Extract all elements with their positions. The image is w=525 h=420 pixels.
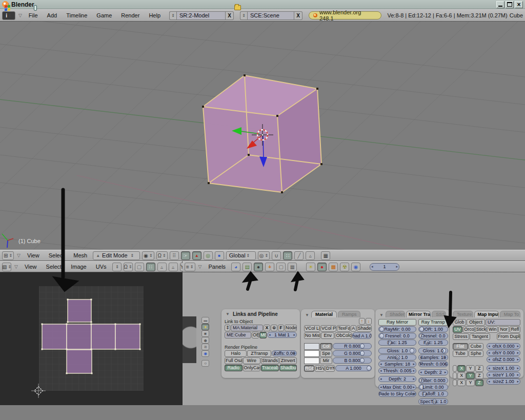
orco-toggle[interactable]: Orco [463, 326, 475, 333]
view3d-menu-select[interactable]: Select [45, 252, 68, 258]
screen-field[interactable]: SR:2-Model [176, 11, 226, 20]
screen-dropdown-icon[interactable]: ⇕ [169, 11, 176, 20]
manipulator-translate-button[interactable]: ▲ [192, 251, 201, 260]
view3d-menu-mesh[interactable]: Mesh [70, 252, 91, 258]
uv-menu-view[interactable]: View [21, 264, 41, 270]
filter-slider[interactable]: Filter: 0.000 [418, 377, 448, 384]
uv-island-select-button[interactable]: ▵ [169, 263, 178, 271]
screen-selector[interactable]: ⇕ SR:2-Model X [169, 11, 234, 20]
preview-hair-button[interactable]: ≋ [201, 344, 209, 350]
tab-ramps[interactable]: Ramps [338, 311, 361, 317]
mode-dropdown[interactable]: ▲ Edit Mode [93, 251, 140, 260]
uv-image-dropdown[interactable] [112, 263, 122, 271]
tab-sss[interactable]: SSS [432, 311, 446, 317]
material-delete-button[interactable]: X [264, 325, 270, 331]
limit-slider[interactable]: Limit: 0.00 [418, 384, 448, 390]
uv-name-field[interactable]: UV: [486, 319, 520, 326]
close-button[interactable] [515, 1, 523, 8]
max-dist-field[interactable]: Max Dist: 0.00 [378, 384, 416, 390]
fac-mir-slider[interactable]: Fac: 1.25 [378, 339, 416, 346]
fresnel-mir-slider[interactable]: Fresnel: 0.0 [378, 333, 416, 339]
menu-render[interactable]: Render [117, 12, 143, 18]
dyn-button[interactable]: DYN [325, 365, 335, 372]
tab-mirror-transp[interactable]: Mirror Transp [406, 311, 431, 317]
ztransp-toggle[interactable]: ZTransp [247, 350, 271, 357]
uv-square-button[interactable]: ▢ [135, 263, 144, 271]
panel-collapse-icon[interactable]: ▼ [304, 313, 310, 317]
world-subcontext-button[interactable]: ◉ [351, 263, 360, 271]
sizey-field[interactable]: sizeY 1.00 [487, 372, 520, 378]
cube-toggle[interactable]: Cube [469, 343, 484, 350]
uv-vertex-select-button[interactable]: ∷ [146, 263, 155, 271]
header-collapse-icon[interactable]: ▽ [17, 13, 23, 18]
preview-osa-button[interactable]: ○ [201, 360, 209, 367]
version-button[interactable]: www.blender.org 248.1 [309, 11, 381, 19]
uv-editor-canvas[interactable] [0, 272, 183, 405]
view3d-collapse-icon[interactable]: ▽ [16, 253, 22, 258]
uv-collapse-icon[interactable]: ▽ [13, 264, 19, 269]
x-axis-toggle[interactable]: X [457, 379, 466, 386]
col-button[interactable]: Col [320, 343, 332, 350]
no-mist-toggle[interactable]: No Mist [304, 332, 320, 339]
stress-toggle[interactable]: Stress [453, 333, 469, 340]
flat-toggle[interactable]: Flat [453, 343, 468, 350]
snap-button[interactable]: ∪ [272, 251, 281, 260]
uv-pivot-dropdown[interactable]: Ω [124, 263, 133, 271]
restore-button[interactable] [506, 1, 514, 8]
z-axis-toggle[interactable]: Z [475, 365, 483, 372]
stick-toggle[interactable]: Stick [475, 326, 487, 333]
tab-map-to[interactable]: Map To [500, 311, 520, 317]
material-name-field[interactable]: MA:Material [231, 325, 263, 331]
lamp-subcontext-button[interactable]: ☀ [306, 263, 315, 271]
tab-shaders[interactable]: Shaders [386, 311, 405, 317]
traceable-toggle[interactable]: Traceable [261, 365, 279, 371]
panels-menu[interactable]: Panels [205, 264, 229, 270]
view3d-menu-view[interactable]: View [24, 252, 43, 258]
zoffs-field[interactable]: Zoffs: 0.00 [272, 350, 297, 356]
uv-coord-toggle[interactable]: UV [453, 326, 462, 333]
g-slider[interactable]: G 0.800 [333, 350, 372, 356]
window-titlebar[interactable]: Blender [0, 0, 525, 9]
thresh-mir-field[interactable]: Thresh: 0.005 [378, 368, 416, 374]
menu-file[interactable]: File [25, 12, 42, 18]
fac-tra-slider[interactable]: Fac: 1.25 [418, 339, 448, 346]
material-browse-dropdown[interactable]: ⇕ [225, 325, 230, 331]
uv-face-select-button[interactable]: ▵ [157, 263, 167, 271]
material-index-field[interactable]: 1 Mat 1 [267, 332, 297, 338]
gloss-mir-slider[interactable]: Gloss: 1.0 [378, 348, 416, 354]
z-axis-toggle[interactable]: Z [475, 372, 483, 379]
samples-tra-field[interactable]: Samples: 18 [418, 354, 448, 361]
scene-selector[interactable]: ⇕ SCE:Scene X [240, 11, 302, 20]
glob-toggle[interactable]: Glob [453, 319, 466, 326]
script-context-button[interactable]: ▤ [243, 263, 252, 271]
aniso-slider[interactable]: Aniso: 1.0 [378, 354, 416, 361]
object-toggle[interactable]: Object [467, 319, 485, 326]
depth-mir-field[interactable]: Depth: 2 [378, 376, 416, 382]
shadbuf-toggle[interactable]: Shadbuf [279, 365, 297, 371]
y-axis-toggle[interactable]: Y [466, 365, 474, 372]
uv-window-type-button[interactable]: ▧ [2, 263, 11, 271]
y-axis-toggle[interactable]: Y [466, 372, 474, 379]
a-toggle[interactable]: A [351, 325, 356, 332]
shading-context-button[interactable]: ● [254, 263, 263, 271]
preview-sphere-button[interactable]: ● [201, 324, 209, 330]
refl-toggle[interactable]: Refl [510, 326, 520, 333]
win-toggle[interactable]: Win [487, 326, 498, 333]
scene-field[interactable]: SCE:Scene [247, 11, 294, 20]
b-slider[interactable]: B 0.800 [333, 357, 372, 364]
vcol-light-toggle[interactable]: VCol Light [304, 325, 320, 332]
onlycast-toggle[interactable]: OnlyCast [243, 365, 261, 371]
depth-tra-field[interactable]: Depth: 2 [418, 369, 448, 375]
raymir-slider[interactable]: RayMir: 0.00 [378, 326, 416, 332]
panel-collapse-icon[interactable]: ▼ [225, 312, 231, 316]
alpha-slider[interactable]: A 1.000 [335, 365, 372, 371]
shadeless-toggle[interactable]: Shadeless [357, 325, 372, 332]
scene-close-button[interactable]: X [294, 11, 302, 20]
sphe-toggle[interactable]: Sphe [469, 350, 484, 357]
strands-toggle[interactable]: Strands [261, 357, 279, 364]
logic-context-button[interactable]: ◕ [231, 263, 240, 271]
manipulator-rotate-button[interactable]: ◎ [204, 251, 213, 260]
manipulator-scale-button[interactable]: ■ [215, 251, 224, 260]
from-dupli-toggle[interactable]: From Dupli [497, 333, 520, 340]
face-select-button[interactable]: ▵ [306, 251, 315, 260]
